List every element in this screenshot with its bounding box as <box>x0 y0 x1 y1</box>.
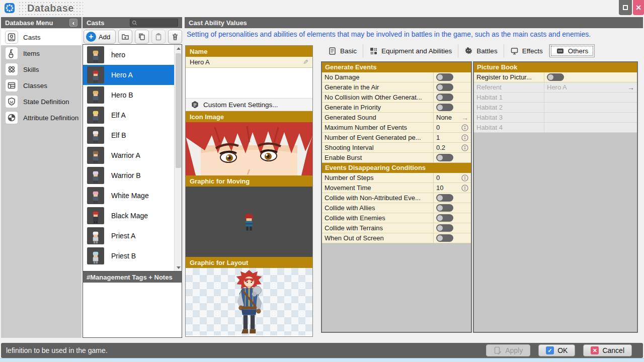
cast-sprite-thumb <box>87 107 104 124</box>
app-icon <box>5 3 15 13</box>
toggle-switch[interactable] <box>436 234 453 242</box>
property-row-generated-sound[interactable]: Generated Sound None <box>322 113 471 123</box>
tab-battles[interactable]: Battles <box>458 44 504 57</box>
toggle-switch[interactable] <box>436 104 453 111</box>
cast-sprite-thumb <box>87 227 104 244</box>
property-row-no-damage[interactable]: No Damage <box>322 72 471 82</box>
sidebar-item-classes[interactable]: Classes <box>1 77 82 94</box>
arrow-right-icon[interactable] <box>627 84 634 91</box>
property-row-collide-allies[interactable]: Collide with Allies <box>322 203 471 213</box>
sidebar-item-attribute-definition[interactable]: Attribute Definition <box>1 110 82 126</box>
folder-plus-icon <box>121 33 129 41</box>
sidebar-item-label: Attribute Definition <box>23 114 78 122</box>
database-menu-list: Casts Items Skills Classes State Definit… <box>1 29 82 338</box>
toggle-switch[interactable] <box>436 94 453 101</box>
property-row-collide-terrains[interactable]: Collide with Terrains <box>322 223 471 233</box>
cast-row-priest-b[interactable]: Priest B <box>83 246 175 266</box>
cancel-button[interactable]: ✕ Cancel <box>583 344 632 356</box>
delete-button[interactable] <box>168 30 182 44</box>
property-row-collide-non-attributed[interactable]: Collide with Non-Attributed Eve... <box>322 193 471 203</box>
cast-row-elf-a[interactable]: Elf A <box>83 105 175 125</box>
cast-row-hero[interactable]: hero <box>83 45 175 65</box>
arrow-right-icon[interactable] <box>461 114 468 121</box>
stepper-icon[interactable] <box>461 144 468 151</box>
apply-button[interactable]: Apply <box>486 344 530 356</box>
toggle-switch[interactable] <box>436 224 453 232</box>
ok-button[interactable]: ✓ OK <box>538 344 575 356</box>
property-label: Register to Pictur... <box>474 72 544 82</box>
graphic-moving-label: Graphic for Moving <box>190 177 250 185</box>
property-row-enable-burst[interactable]: Enable Burst <box>322 153 471 163</box>
property-label: Generate in Priority <box>322 103 434 112</box>
toggle-switch[interactable] <box>436 204 453 212</box>
cast-sprite-thumb <box>87 127 104 144</box>
property-row-generate-priority[interactable]: Generate in Priority <box>322 103 471 113</box>
stepper-icon[interactable] <box>461 124 468 131</box>
collapse-sidebar-button[interactable]: ‹ <box>69 19 77 27</box>
scroll-thumb[interactable] <box>176 53 181 168</box>
cast-row-hero-a[interactable]: Hero A <box>83 65 175 85</box>
edit-pencil-icon[interactable] <box>303 58 308 66</box>
search-input[interactable] <box>130 19 178 27</box>
add-cast-button[interactable]: + Add <box>84 30 116 44</box>
graphic-layout-header: Graphic for Layout <box>186 257 312 268</box>
toggle-switch[interactable] <box>436 154 453 161</box>
property-row-out-of-screen[interactable]: When Out of Screen <box>322 233 471 243</box>
tab-equipment-and-abilities[interactable]: Equipment and Abilities <box>363 44 458 57</box>
cast-row-priest-a[interactable]: Priest A <box>83 226 175 246</box>
cast-list-scrollbar[interactable] <box>174 45 182 271</box>
property-label: Number of Steps <box>322 173 434 183</box>
property-row-number-of-steps[interactable]: Number of Steps 0 <box>322 173 471 183</box>
close-window-button[interactable]: ✕ <box>633 0 644 15</box>
toggle-switch[interactable] <box>436 73 453 81</box>
scroll-up-button[interactable] <box>175 45 182 52</box>
property-row-shooting-interval[interactable]: Shooting Interval 0.2 <box>322 143 471 153</box>
sidebar-item-label: Skills <box>23 66 39 73</box>
cast-row-black-mage[interactable]: Black Mage <box>83 206 175 226</box>
property-row-collide-enemies[interactable]: Collide with Enemies <box>322 213 471 223</box>
name-notes-area <box>186 68 312 98</box>
cast-row-warrior-a[interactable]: Warrior A <box>83 145 175 165</box>
toggle-switch[interactable] <box>436 214 453 222</box>
icon-image-preview[interactable] <box>186 122 312 175</box>
property-row-register-picture-book[interactable]: Register to Pictur... <box>474 72 637 82</box>
stepper-icon[interactable] <box>461 134 468 141</box>
cast-row-warrior-b[interactable]: Warrior B <box>83 165 175 186</box>
sidebar-item-items[interactable]: Items <box>1 45 82 61</box>
property-row-generate-in-air[interactable]: Generate in the Air <box>322 82 471 93</box>
cast-row-white-mage[interactable]: White Mage <box>83 186 175 206</box>
tab-basic[interactable]: Basic <box>322 44 363 57</box>
plus-icon: + <box>86 32 96 42</box>
duplicate-button[interactable] <box>135 30 149 44</box>
sidebar-item-state-definition[interactable]: State Definition <box>1 94 82 110</box>
scroll-down-button[interactable] <box>175 264 182 271</box>
stepper-icon[interactable] <box>461 185 468 192</box>
stepper-icon[interactable] <box>461 174 468 182</box>
icon-image-header: Icon Image <box>186 111 312 122</box>
property-value: 0 <box>436 123 440 132</box>
restore-window-button[interactable] <box>619 0 632 15</box>
toggle-switch[interactable] <box>436 194 453 202</box>
name-field[interactable]: Hero A <box>186 57 312 68</box>
cast-row-elf-b[interactable]: Elf B <box>83 125 175 145</box>
property-label: Collide with Non-Attributed Eve... <box>322 193 434 203</box>
cast-row-hero-b[interactable]: Hero B <box>83 85 175 105</box>
toggle-switch[interactable] <box>547 73 564 81</box>
title-bar: Database ✕ <box>0 0 644 17</box>
property-row-max-events[interactable]: Maximum Number of Events 0 <box>322 123 471 133</box>
property-row-no-collision[interactable]: No Collision with Other Generat... <box>322 93 471 103</box>
graphic-layout-preview[interactable] <box>186 268 312 335</box>
management-tags-notes-area[interactable] <box>83 283 182 338</box>
sidebar-item-casts[interactable]: Casts <box>1 29 82 45</box>
property-row-events-per-gen[interactable]: Number of Event Generated pe... 1 <box>322 133 471 143</box>
sidebar-item-skills[interactable]: Skills <box>1 61 82 77</box>
toggle-switch[interactable] <box>436 83 453 91</box>
property-row-movement-time[interactable]: Movement Time 10 <box>322 183 471 193</box>
custom-event-settings-button[interactable]: Custom Event Settings... <box>186 98 312 111</box>
tab-effects[interactable]: Effects <box>504 44 549 57</box>
paste-button[interactable] <box>151 30 166 44</box>
tab-others[interactable]: Others <box>549 44 595 57</box>
add-folder-button[interactable] <box>118 30 132 44</box>
graphic-moving-preview[interactable] <box>186 187 312 257</box>
property-row-habitat-3: Habitat 3 <box>474 113 637 123</box>
